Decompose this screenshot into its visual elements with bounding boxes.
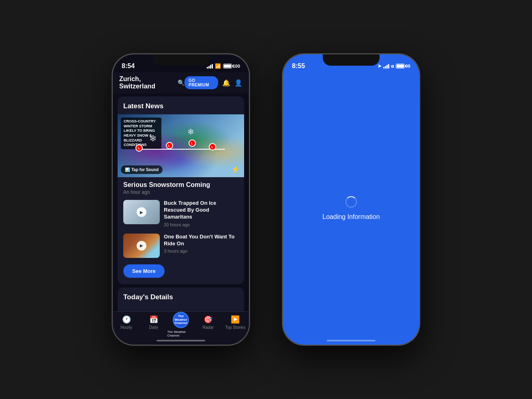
header-actions: GO PREMIUM 🔔 👤 [184, 76, 242, 89]
tap-sound-label: Tap for Sound [131, 167, 159, 172]
status-icons-1: 📶 100 [207, 63, 240, 69]
snowflake-icon-1: ❄ [149, 133, 157, 144]
weather-map[interactable]: CROSS-COUNTRY WINTER STORM LIKELY TO BRI… [118, 114, 244, 177]
storm-icon-4: L [209, 143, 216, 150]
phone-2-frame: 8:55 ➤ 𝛂 99 [282, 54, 420, 345]
status-bar-phone1: 8:54 📶 100 [113, 54, 249, 72]
home-indicator-1 [157, 340, 205, 341]
loading-container: Loading Information [283, 72, 419, 345]
nav-weather-label: The Weather Channel [167, 330, 194, 337]
news-thumb-1: ▶ [123, 200, 160, 224]
clock-icon: 🕐 [122, 315, 131, 324]
storm-icon-3: L [189, 139, 196, 147]
battery-percent-2: 99 [405, 64, 410, 69]
search-icon[interactable]: 🔍 [178, 79, 184, 86]
phone-1-screen: 8:54 📶 100 Zurich, Sw [113, 54, 249, 345]
storm-icon-2: L [166, 142, 173, 149]
sound-icon: 📊 [125, 167, 130, 172]
loading-text: Loading Information [322, 213, 380, 221]
location-name: Zurich, Switzerland [119, 75, 175, 90]
details-title: Today's Details [123, 293, 238, 301]
headline-story[interactable]: Serious Snowstorm Coming An hour ago [118, 177, 244, 197]
play-button-1[interactable]: ▶ [137, 207, 146, 217]
time-display-2: 8:55 [292, 62, 305, 70]
bell-icon[interactable]: 🔔 [222, 79, 230, 87]
status-right-2: ➤ 𝛂 99 [378, 63, 410, 69]
nav-radar-label: Radar [203, 325, 214, 330]
status-bar-phone2: 8:55 ➤ 𝛂 99 [283, 54, 419, 72]
signal-icon [207, 64, 213, 69]
nav-hourly[interactable]: 🕐 Hourly [113, 315, 140, 330]
battery-fill [224, 64, 231, 68]
news-time-1: 20 hours ago [164, 222, 238, 227]
nav-radar[interactable]: 🎯 Radar [195, 315, 222, 330]
news-thumb-2: ▶ [123, 234, 160, 258]
spinner-animation [345, 196, 357, 208]
news-section: Latest News CROSS-COUNTRY WINTER STORM L… [118, 97, 244, 284]
news-section-title: Latest News [118, 97, 244, 114]
signal-icon-2 [383, 64, 389, 69]
user-icon[interactable]: 👤 [234, 79, 242, 87]
battery-indicator-2: 99 [396, 64, 410, 69]
phone-1-frame: 8:54 📶 100 Zurich, Sw [112, 54, 250, 345]
nav-daily-label: Daily [149, 325, 158, 330]
nav-top-stories-label: Top Stories [225, 325, 245, 330]
lightning-icon: ⚡ [231, 165, 240, 174]
loading-spinner [345, 196, 357, 208]
see-more-button[interactable]: See More [123, 264, 165, 278]
news-title-2: One Boat You Don't Want To Ride On [164, 234, 238, 247]
phone-2-screen: 8:55 ➤ 𝛂 99 [283, 54, 419, 345]
news-text-1: Buck Trapped On Ice Rescued By Good Sama… [164, 200, 238, 227]
location-arrow-icon: ➤ [378, 63, 382, 69]
headline-time: An hour ago [123, 189, 238, 195]
news-item-1[interactable]: ▶ Buck Trapped On Ice Rescued By Good Sa… [118, 197, 244, 230]
play-circle-icon: ▶️ [231, 315, 240, 324]
play-button-2[interactable]: ▶ [137, 241, 146, 251]
battery-icon [223, 64, 232, 69]
snowflake-icon-2: ❄ [187, 127, 194, 137]
news-text-2: One Boat You Don't Want To Ride On 3 hou… [164, 234, 238, 254]
location-display[interactable]: Zurich, Switzerland 🔍 [119, 75, 184, 90]
app-header: Zurich, Switzerland 🔍 GO PREMIUM 🔔 👤 [113, 72, 249, 93]
nav-weather-channel[interactable]: TheWeatherChannel The Weather Channel [167, 315, 194, 337]
nav-top-stories[interactable]: ▶️ Top Stories [222, 315, 249, 330]
nav-hourly-label: Hourly [120, 325, 132, 330]
headline-title: Serious Snowstorm Coming [123, 181, 238, 189]
news-item-2[interactable]: ▶ One Boat You Don't Want To Ride On 3 h… [118, 230, 244, 261]
nav-daily[interactable]: 📅 Daily [140, 315, 167, 330]
home-indicator-2 [327, 340, 375, 341]
battery-icon-2 [396, 64, 405, 69]
news-time-2: 3 hours ago [164, 249, 238, 253]
battery-percent: 100 [233, 64, 240, 69]
wifi-icon-2: 𝛂 [391, 63, 394, 69]
battery-indicator: 100 [223, 64, 240, 69]
main-content[interactable]: Latest News CROSS-COUNTRY WINTER STORM L… [113, 93, 249, 324]
tap-for-sound-button[interactable]: 📊 Tap for Sound [121, 165, 163, 174]
wifi-icon: 📶 [215, 63, 221, 69]
battery-fill-2 [397, 64, 404, 68]
calendar-icon: 📅 [149, 315, 158, 324]
storm-icon-1: L [135, 144, 143, 152]
go-premium-button[interactable]: GO PREMIUM [184, 76, 218, 89]
weather-channel-icon: TheWeatherChannel [173, 312, 189, 328]
time-display-1: 8:54 [122, 62, 135, 70]
news-title-1: Buck Trapped On Ice Rescued By Good Sama… [164, 200, 238, 221]
radar-icon: 🎯 [204, 315, 212, 324]
